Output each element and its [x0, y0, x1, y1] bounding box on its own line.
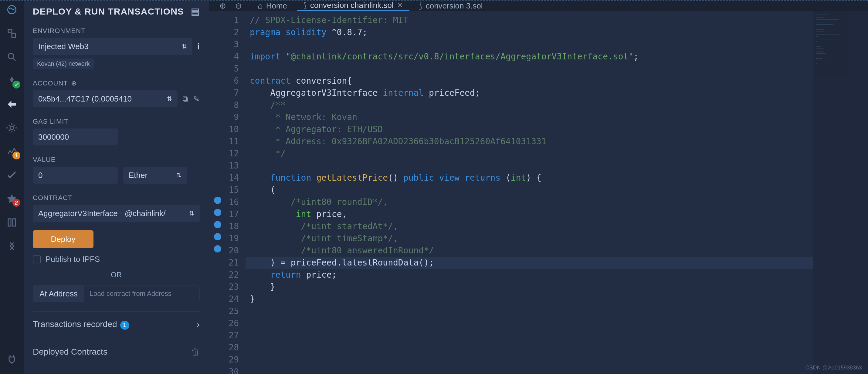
code-content[interactable]: // SPDX-License-Identifier: MITpragma so…	[246, 11, 813, 374]
trash-icon[interactable]: 🗑	[191, 347, 200, 357]
tab-bar: ⊕ ⊖ ⌂ Home ⟆ conversion chainlink.sol ✕ …	[209, 1, 868, 11]
home-icon: ⌂	[258, 1, 262, 11]
contract-label: CONTRACT	[33, 194, 200, 202]
zoom-in-icon[interactable]: ⊕	[219, 1, 226, 11]
tab-home[interactable]: ⌂ Home	[251, 1, 294, 11]
svg-rect-1	[8, 29, 12, 33]
activity-bar: ✓ 1 2	[0, 1, 24, 374]
panel-title: DEPLOY & RUN TRANSACTIONS ▤	[33, 6, 200, 17]
info-icon[interactable]: i	[197, 41, 200, 52]
environment-select[interactable]: Injected Web3⇅	[33, 38, 192, 55]
library-icon[interactable]	[6, 216, 18, 229]
solidity-icon: ⟆	[419, 1, 422, 11]
docs-icon[interactable]: ▤	[191, 6, 200, 17]
tx-count-badge: 1	[120, 321, 129, 330]
deploy-button[interactable]: Deploy	[33, 230, 93, 248]
value-input[interactable]: 0	[33, 167, 118, 184]
account-label: ACCOUNT ⊕	[33, 79, 200, 87]
git-icon[interactable]	[6, 240, 18, 252]
analytics-icon[interactable]: 1	[6, 145, 18, 158]
account-select[interactable]: 0x5b4...47C17 (0.0005410⇅	[33, 90, 178, 107]
badge-red: 2	[12, 199, 20, 207]
line-gutter: 1234567891011121314151617181920212223242…	[209, 11, 246, 374]
tab-third[interactable]: ⟆ conversion 3.sol	[412, 1, 490, 11]
gaslimit-input[interactable]: 3000000	[33, 129, 118, 145]
search-icon[interactable]	[6, 51, 18, 63]
debugger-icon[interactable]	[6, 122, 18, 134]
deploy-panel: DEPLOY & RUN TRANSACTIONS ▤ ENVIRONMENT …	[24, 1, 209, 374]
zoom-out-icon[interactable]: ⊖	[235, 1, 242, 11]
add-account-icon[interactable]: ⊕	[71, 79, 77, 87]
environment-label: ENVIRONMENT	[33, 27, 200, 35]
transactions-recorded-header[interactable]: Transactions recorded1 ›	[33, 311, 200, 330]
minimap[interactable]: ━━━━━━━━━━━━━━━━━━━━━━━━━━━━━━━━━━━━━━━ …	[813, 11, 868, 374]
deploy-run-icon[interactable]	[6, 98, 18, 110]
file-explorer-icon[interactable]	[6, 27, 18, 39]
svg-point-3	[8, 53, 14, 59]
at-address-input[interactable]: Load contract from Address	[84, 285, 200, 302]
remix-logo-icon[interactable]	[6, 4, 18, 16]
solidity-icon: ⟆	[304, 1, 307, 10]
svg-rect-2	[12, 34, 16, 38]
publish-ipfs-label: Publish to IPFS	[45, 254, 100, 264]
watermark: CSDN @A1015938363	[805, 365, 862, 371]
deployed-contracts-header[interactable]: Deployed Contracts 🗑	[33, 339, 200, 357]
compiler-icon[interactable]: ✓	[6, 74, 18, 87]
value-label: VALUE	[33, 156, 200, 164]
or-divider: OR	[33, 271, 200, 279]
value-unit-select[interactable]: Ether⇅	[123, 167, 187, 184]
svg-point-4	[10, 126, 14, 130]
chevron-right-icon: ›	[197, 320, 200, 330]
badge-orange: 1	[12, 151, 20, 160]
gaslimit-label: GAS LIMIT	[33, 117, 200, 126]
badge-green: ✓	[12, 80, 20, 89]
at-address-button[interactable]: At Address	[33, 285, 84, 302]
contract-select[interactable]: AggregatorV3Interface - @chainlink/⇅	[33, 205, 200, 222]
publish-ipfs-checkbox[interactable]	[33, 256, 41, 263]
tab-active[interactable]: ⟆ conversion chainlink.sol ✕	[297, 1, 409, 11]
edit-icon[interactable]: ✎	[193, 94, 200, 104]
network-badge: Kovan (42) network	[33, 59, 94, 69]
main-area: ⊕ ⊖ ⌂ Home ⟆ conversion chainlink.sol ✕ …	[209, 1, 868, 374]
close-icon[interactable]: ✕	[397, 2, 403, 9]
svg-point-0	[8, 6, 16, 14]
unit-testing-icon[interactable]	[6, 169, 18, 181]
copy-icon[interactable]: ⧉	[182, 94, 188, 104]
code-editor[interactable]: 1234567891011121314151617181920212223242…	[209, 11, 868, 374]
plugin-icon[interactable]: 2	[6, 193, 18, 205]
settings-plug-icon[interactable]	[6, 353, 18, 365]
